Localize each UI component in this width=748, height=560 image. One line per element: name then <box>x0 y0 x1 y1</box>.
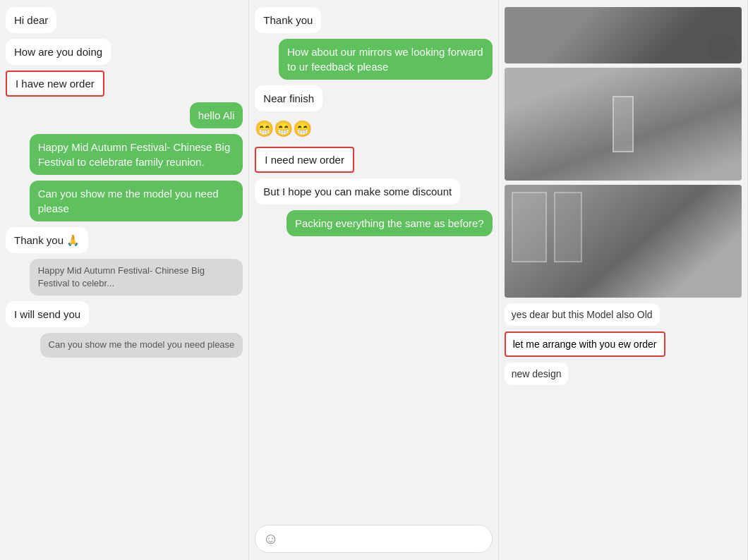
msg-hello-ali: hello Ali <box>6 102 243 128</box>
bubble-mirrors-feedback: How about our mirrors we looking forward… <box>279 39 493 80</box>
bubble-new-design: new design <box>505 363 569 385</box>
msg-show-model: Can you show me the model you need pleas… <box>6 181 243 221</box>
msg-thank-you: Thank you <box>255 7 492 33</box>
product-image-mirror-round <box>505 7 742 63</box>
msg-arrange-outlined: let me arrange with you ew order <box>505 331 742 357</box>
msg-send-you: I will send you <box>6 301 243 327</box>
bubble-mid-autumn: Happy Mid Autumn Festival- Chinese Big F… <box>30 134 243 175</box>
msg-mirrors-feedback: How about our mirrors we looking forward… <box>255 39 492 80</box>
emoji-input-bar[interactable]: ☺ <box>255 525 492 553</box>
chat-column-3: yes dear but this Model also Old let me … <box>499 0 748 560</box>
bubble-show-model: Can you show me the model you need pleas… <box>30 181 243 221</box>
msg-gray-model: Can you show me the model you need pleas… <box>6 333 243 357</box>
msg-thank-you-pray: Thank you 🙏 <box>6 227 243 253</box>
msg-discount: But I hope you can make some discount <box>255 178 492 205</box>
msg-hi-dear: Hi dear <box>6 7 243 33</box>
msg-gray-autumn: Happy Mid Autumn Festival- Chinese Big F… <box>6 259 243 296</box>
bubble-hi-dear: Hi dear <box>6 7 56 33</box>
msg-new-design: new design <box>505 363 742 385</box>
bubble-send-you: I will send you <box>6 301 89 327</box>
product-images <box>505 7 742 298</box>
msg-model-old: yes dear but this Model also Old <box>505 303 742 326</box>
input-bar-area[interactable]: ☺ <box>255 525 492 553</box>
msg-new-order-outlined: I have new order <box>6 71 243 97</box>
emoji-laughing: 😁😁😁 <box>255 117 312 141</box>
emoji-smile-icon[interactable]: ☺ <box>263 530 278 548</box>
bubble-thank-you-pray: Thank you 🙏 <box>6 227 88 253</box>
bubble-gray-autumn: Happy Mid Autumn Festival- Chinese Big F… <box>30 259 243 296</box>
bubble-thank-you: Thank you <box>255 7 321 33</box>
bubble-new-order: I have new order <box>6 71 104 97</box>
product-image-frame-vertical <box>505 68 742 181</box>
bubble-near-finish: Near finish <box>255 85 322 111</box>
product-image-frame-group <box>505 185 742 298</box>
msg-how-are-you: How are you doing <box>6 39 243 65</box>
bubble-arrange: let me arrange with you ew order <box>505 331 665 357</box>
msg-need-order-outlined: I need new order <box>255 147 492 173</box>
bubble-need-order: I need new order <box>255 147 354 173</box>
chat-column-1: Hi dear How are you doing I have new ord… <box>0 0 249 560</box>
msg-near-finish: Near finish <box>255 85 492 111</box>
bubble-packing: Packing everything the same as before? <box>286 210 493 236</box>
bubble-how-are-you: How are you doing <box>6 39 111 65</box>
bubble-model-old: yes dear but this Model also Old <box>505 303 660 326</box>
bubble-discount: But I hope you can make some discount <box>255 178 460 205</box>
bubble-gray-model: Can you show me the model you need pleas… <box>40 333 243 357</box>
bubble-hello-ali: hello Ali <box>190 102 243 128</box>
chat-column-2: Thank you How about our mirrors we looki… <box>249 0 498 560</box>
msg-packing: Packing everything the same as before? <box>255 210 492 236</box>
msg-mid-autumn: Happy Mid Autumn Festival- Chinese Big F… <box>6 134 243 175</box>
msg-emoji-row: 😁😁😁 <box>255 117 492 141</box>
